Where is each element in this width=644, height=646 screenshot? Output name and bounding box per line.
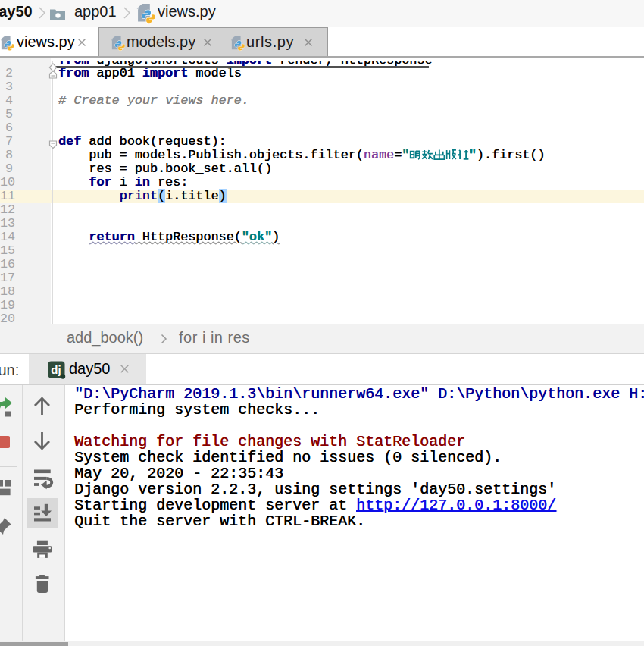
svg-text:dj: dj <box>51 363 61 376</box>
